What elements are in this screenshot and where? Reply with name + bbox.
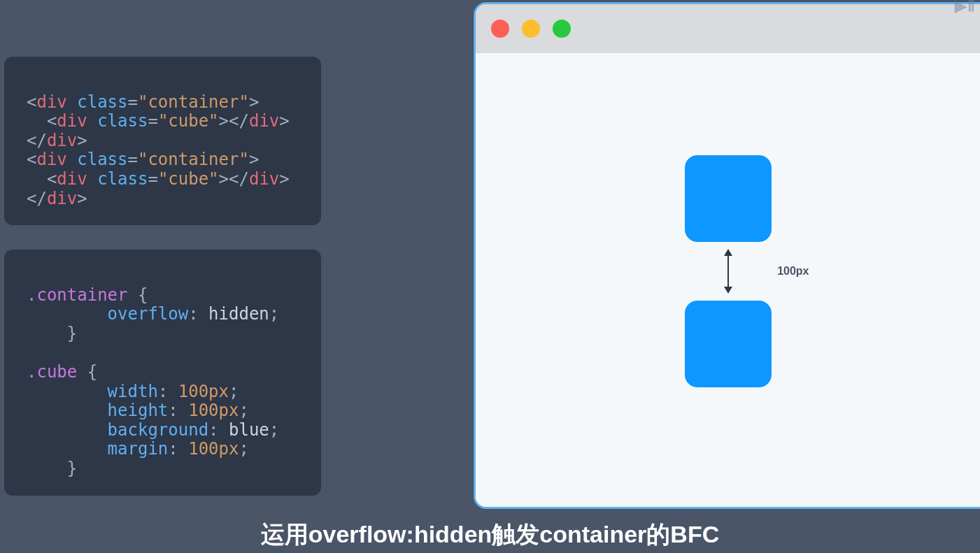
code-token — [27, 401, 108, 420]
code-token: overflow — [108, 304, 189, 324]
code-token: > — [219, 169, 229, 189]
code-token: : — [168, 401, 188, 420]
rendered-cube-bottom — [685, 301, 772, 387]
code-token: </ — [229, 169, 249, 189]
code-token — [27, 439, 108, 459]
code-token: { — [128, 285, 148, 305]
browser-titlebar — [476, 4, 980, 53]
code-token: </ — [229, 111, 249, 131]
code-token: class — [97, 111, 148, 131]
code-token: div — [47, 131, 77, 150]
code-token: background — [108, 420, 209, 440]
css-code-block: .container { overflow: hidden; } .cube {… — [3, 248, 322, 497]
code-token: "cube" — [158, 111, 219, 131]
code-token: < — [47, 169, 57, 189]
code-token: ; — [239, 401, 248, 420]
code-token: > — [77, 131, 87, 150]
code-token: { — [77, 362, 97, 382]
code-token: < — [27, 92, 36, 112]
code-token: = — [128, 150, 138, 169]
code-token — [87, 111, 97, 131]
code-token: div — [47, 189, 77, 208]
code-token — [67, 150, 77, 169]
code-token: > — [77, 189, 87, 208]
code-token: div — [57, 169, 87, 189]
code-token: ; — [229, 382, 239, 401]
code-token — [27, 459, 67, 478]
code-token — [27, 111, 47, 131]
code-token: margin — [108, 439, 169, 459]
watermark-text: ▶Ⅱ — [955, 0, 976, 15]
code-token: div — [249, 111, 279, 131]
code-token: "container" — [138, 150, 249, 169]
code-token: < — [27, 150, 36, 169]
traffic-light-close-icon[interactable] — [491, 20, 509, 38]
code-token: ; — [239, 439, 248, 459]
code-token: < — [47, 111, 57, 131]
code-token: .container — [27, 285, 128, 305]
browser-window: 100px — [474, 2, 980, 509]
code-token: </ — [27, 131, 47, 150]
code-token: : — [188, 304, 208, 324]
margin-gap: 100px — [685, 242, 772, 301]
code-token — [27, 169, 47, 189]
code-token: blue — [229, 420, 269, 440]
code-token — [27, 420, 108, 440]
code-token: } — [67, 459, 77, 478]
code-token: > — [219, 111, 229, 131]
code-token — [27, 382, 108, 401]
traffic-light-zoom-icon[interactable] — [553, 20, 571, 38]
code-token: > — [249, 150, 259, 169]
code-token: ; — [269, 304, 279, 324]
traffic-light-minimize-icon[interactable] — [522, 20, 540, 38]
code-token: 100px — [178, 382, 229, 401]
code-token: div — [249, 169, 279, 189]
code-token: "cube" — [158, 169, 219, 189]
code-token: </ — [27, 189, 47, 208]
html-code-block: <div class="container"> <div class="cube… — [3, 55, 322, 227]
code-token: : — [168, 439, 188, 459]
code-token — [87, 169, 97, 189]
code-token: div — [36, 150, 66, 169]
code-token: > — [279, 111, 289, 131]
code-token: } — [67, 324, 77, 343]
code-token: "container" — [138, 92, 249, 112]
code-token: = — [148, 111, 157, 131]
code-token: ; — [269, 420, 279, 440]
code-token: div — [36, 92, 66, 112]
code-token: width — [108, 382, 158, 401]
code-token — [67, 92, 77, 112]
code-token: hidden — [208, 304, 269, 324]
code-token: class — [77, 92, 127, 112]
code-token: > — [249, 92, 259, 112]
code-token: 100px — [188, 401, 239, 420]
rendered-cube-top — [685, 155, 772, 242]
code-token: = — [148, 169, 157, 189]
code-token: .cube — [27, 362, 77, 382]
code-token: 100px — [188, 439, 239, 459]
code-token: > — [279, 169, 289, 189]
slide-caption: 运用overflow:hidden触发container的BFC — [0, 519, 980, 551]
code-token — [27, 324, 67, 343]
dimension-arrow-icon — [727, 250, 729, 292]
code-token: : — [158, 382, 178, 401]
code-token — [27, 304, 108, 324]
code-token: = — [128, 92, 138, 112]
code-token: class — [77, 150, 127, 169]
code-token: : — [208, 420, 229, 440]
code-token: height — [108, 401, 169, 420]
code-token: div — [57, 111, 87, 131]
gap-dimension-label: 100px — [777, 265, 809, 278]
browser-viewport: 100px — [476, 53, 980, 507]
code-token: class — [97, 169, 148, 189]
